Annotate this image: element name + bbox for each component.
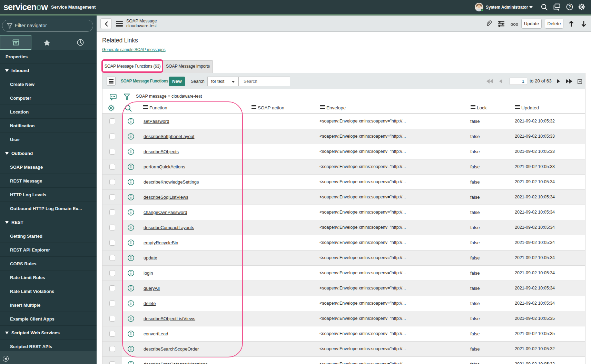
svg-text:?: ? [568, 4, 571, 9]
